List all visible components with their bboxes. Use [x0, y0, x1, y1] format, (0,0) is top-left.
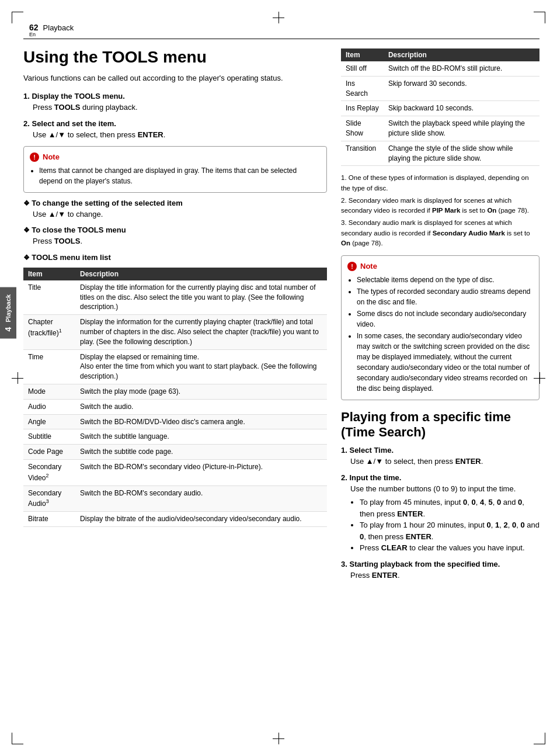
step-1-label: Display the TOOLS menu.: [32, 92, 124, 100]
table-cell-item: Chapter (track/file)1: [23, 315, 75, 349]
tools-table-header-item: Item: [23, 268, 75, 280]
table-cell-item: Secondary Video2: [23, 459, 75, 485]
table-cell-item: Mode: [23, 384, 75, 399]
table-row: Secondary Audio3 Switch the BD-ROM's sec…: [23, 485, 327, 512]
page-number: 62: [29, 23, 39, 32]
step-1-number: 1.: [23, 92, 32, 100]
note-item-2-3: Some discs do not include secondary audi…: [357, 308, 533, 330]
table-cell-desc: Switch the BD-ROM/DVD-Video disc's camer…: [75, 414, 327, 429]
right-table-header: Item Description: [341, 48, 539, 61]
page-section: Playback: [43, 23, 74, 32]
note-header-1: ! Note: [30, 151, 321, 163]
crosshair-right: [534, 372, 545, 384]
crosshair-bottom: [273, 733, 284, 744]
sidebar-tab-number: 4: [4, 327, 13, 331]
step-2: 2. Select and set the item. Use ▲/▼ to s…: [23, 119, 327, 141]
step-2-number: 2.: [23, 119, 32, 128]
footnotes: 1. One of these types of information is …: [341, 173, 539, 248]
note-header-2: ! Note: [347, 261, 533, 272]
note-label-2: Note: [360, 261, 377, 272]
ts-step-2-number: 2.: [341, 473, 349, 482]
diamond-item-list-title: TOOLS menu item list: [23, 253, 327, 262]
ts-step-1-label: Select Time.: [349, 446, 394, 455]
note-icon-2: !: [347, 262, 357, 271]
time-search-step-3: 3. Starting playback from the specified …: [341, 560, 539, 581]
diamond-change-title-text: To change the setting of the selected it…: [32, 199, 182, 207]
table-row: Audio Switch the audio.: [23, 399, 327, 414]
table-row: Ins Search Skip forward 30 seconds.: [341, 76, 539, 101]
corner-mark-tl: [12, 12, 23, 23]
diamond-close-title-text: To close the TOOLS menu: [32, 226, 126, 234]
table-cell-desc: Display the elapsed or remaining time.Al…: [75, 349, 327, 384]
step-1-body: Press TOOLS during playback.: [33, 102, 327, 113]
table-cell-desc: Switch the subtitle language.: [75, 429, 327, 445]
table-row: Slide Show Switch the playback speed whi…: [341, 116, 539, 141]
diamond-item-list-title-text: TOOLS menu item list: [32, 253, 111, 262]
diamond-change-body: Use ▲/▼ to change.: [33, 209, 327, 220]
table-row: Mode Switch the play mode (page 63).: [23, 384, 327, 399]
step-2-body: Use ▲/▼ to select, then press ENTER.: [33, 129, 327, 141]
corner-mark-tr: [534, 12, 545, 23]
table-cell-item: Secondary Audio3: [23, 485, 75, 512]
table-cell-desc: Switch the audio.: [75, 399, 327, 414]
table-cell-item: Subtitle: [23, 429, 75, 445]
intro-text: Various functions can be called out acco…: [23, 72, 327, 84]
table-row: Ins Replay Skip backward 10 seconds.: [341, 101, 539, 116]
ts-step-2-label: Input the time.: [349, 473, 401, 482]
corner-mark-bl: [12, 733, 23, 744]
table-cell-desc: Display the information for the currentl…: [75, 315, 327, 349]
table-cell-item: Title: [23, 280, 75, 315]
tools-table: Item Description Title Display the title…: [23, 268, 327, 527]
table-cell-desc: Switch the play mode (page 63).: [75, 384, 327, 399]
crosshair-left: [12, 372, 23, 384]
diamond-item-list: TOOLS menu item list: [23, 253, 327, 262]
time-search-step-3-title: 3. Starting playback from the specified …: [341, 560, 539, 568]
page: 4 Playback 62 En Playback Using the TOOL…: [0, 0, 557, 756]
ts-bullet-3: Press CLEAR to clear the values you have…: [360, 542, 539, 554]
two-column-layout: Using the TOOLS menu Various functions c…: [23, 48, 539, 587]
crosshair-top: [273, 12, 284, 23]
note-label-1: Note: [43, 151, 60, 163]
time-search-step-1-title: 1. Select Time.: [341, 446, 539, 455]
table-cell-item: Slide Show: [341, 116, 384, 141]
left-column: Using the TOOLS menu Various functions c…: [23, 48, 327, 587]
time-search-step-2-body: Use the number buttons (0 to 9) to input…: [350, 483, 539, 554]
content-wrapper: 62 En Playback Using the TOOLS menu Vari…: [23, 23, 539, 587]
table-cell-item: Ins Search: [341, 76, 384, 101]
step-1-title: 1. Display the TOOLS menu.: [23, 92, 327, 100]
diamond-close-menu: To close the TOOLS menu Press TOOLS.: [23, 226, 327, 247]
table-cell-item: Code Page: [23, 445, 75, 460]
table-row: Angle Switch the BD-ROM/DVD-Video disc's…: [23, 414, 327, 429]
table-cell-item: Bitrate: [23, 512, 75, 527]
table-cell-desc: Display the title information for the cu…: [75, 280, 327, 315]
note-item-2-4: In some cases, the secondary audio/secon…: [357, 331, 533, 394]
table-cell-item: Ins Replay: [341, 101, 384, 116]
table-cell-desc: Switch off the BD-ROM's still picture.: [384, 61, 539, 76]
table-cell-desc: Display the bitrate of the audio/video/s…: [75, 512, 327, 527]
main-heading: Using the TOOLS menu: [23, 48, 327, 67]
note-item-1: Items that cannot be changed are display…: [39, 165, 321, 186]
note-list-2: Selectable items depend on the type of d…: [357, 275, 533, 394]
table-cell-item: Still off: [341, 61, 384, 76]
diamond-close-title: To close the TOOLS menu: [23, 226, 327, 234]
right-table-header-desc: Description: [384, 48, 539, 61]
tools-table-header-desc: Description: [75, 268, 327, 280]
note-box-2: ! Note Selectable items depend on the ty…: [341, 255, 539, 400]
page-header: 62 En Playback: [23, 23, 539, 39]
ts-step-3-number: 3.: [341, 560, 349, 568]
ts-step-1-number: 1.: [341, 446, 349, 455]
tools-table-header: Item Description: [23, 268, 327, 280]
table-row: Transition Change the style of the slide…: [341, 141, 539, 166]
time-search-step-2-title: 2. Input the time.: [341, 473, 539, 482]
page-number-block: 62 En: [29, 23, 39, 37]
table-cell-desc: Switch the BD-ROM's secondary audio.: [75, 485, 327, 512]
ts-bullet-1: To play from 45 minutes, input 0, 0, 4, …: [360, 497, 539, 519]
step-2-label: Select and set the item.: [32, 119, 116, 128]
note-icon-1: !: [30, 152, 39, 162]
table-row: Subtitle Switch the subtitle language.: [23, 429, 327, 445]
table-cell-desc: Skip forward 30 seconds.: [384, 76, 539, 101]
note-item-2-2: The types of recorded secondary audio st…: [357, 286, 533, 307]
note-box-1: ! Note Items that cannot be changed are …: [23, 146, 327, 193]
ts-step-3-label: Starting playback from the specified tim…: [349, 560, 500, 568]
time-search-step-1: 1. Select Time. Use ▲/▼ to select, then …: [341, 446, 539, 467]
